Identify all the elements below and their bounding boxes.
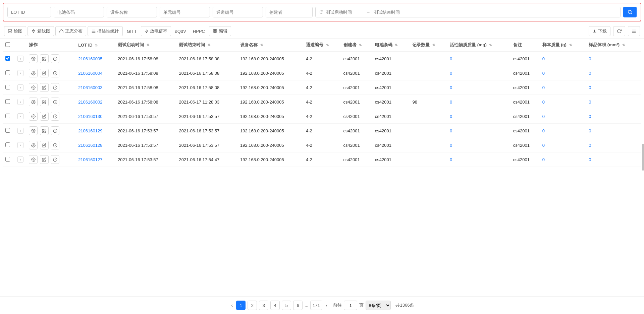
sample-mass-sort-icon[interactable]: ⇅	[569, 43, 572, 47]
edit-icon-1[interactable]	[40, 69, 49, 77]
select-all-checkbox[interactable]	[5, 42, 10, 47]
start-time-sort-icon[interactable]: ⇅	[147, 43, 149, 47]
page-size-select[interactable]: 8条/页 10条/页 20条/页 50条/页	[366, 301, 391, 310]
creator-sort-icon[interactable]: ⇅	[359, 43, 362, 47]
edit-icon-2[interactable]	[40, 83, 49, 92]
expand-btn-5[interactable]: ›	[17, 128, 23, 134]
battery-code-header[interactable]: 电池条码 ⇅	[372, 39, 410, 52]
creator-header[interactable]: 创建者 ⇅	[341, 39, 372, 52]
settings-icon-7[interactable]	[29, 155, 38, 164]
lot-id-link-0[interactable]: 2106160005	[78, 56, 102, 61]
page-4-button[interactable]: 4	[270, 301, 280, 310]
history-icon-2[interactable]	[51, 83, 59, 92]
start-time-header[interactable]: 测试启动时间 ⇅	[115, 39, 176, 52]
lot-id-sort-icon[interactable]: ⇅	[95, 44, 98, 47]
edit-icon-3[interactable]	[40, 98, 49, 106]
channel-no-sort-icon[interactable]: ⇅	[326, 43, 329, 47]
creator-input[interactable]	[266, 7, 313, 17]
expand-btn-4[interactable]: ›	[17, 113, 23, 119]
chart-button[interactable]: 绘图	[4, 26, 26, 36]
history-icon-4[interactable]	[51, 112, 59, 121]
end-time-sort-icon[interactable]: ⇅	[208, 43, 210, 47]
record-count-sort-icon[interactable]: ⇅	[432, 43, 435, 47]
discharge-rate-button[interactable]: 放电倍率	[141, 26, 171, 36]
end-time-input[interactable]	[374, 10, 411, 15]
channel-no-input[interactable]	[213, 7, 263, 17]
page-6-button[interactable]: 6	[293, 301, 303, 310]
sample-volume-sort-icon[interactable]: ⇅	[622, 43, 625, 47]
active-mass-header[interactable]: 活性物质质量 (mg) ⇅	[447, 39, 511, 52]
battery-code-input[interactable]	[54, 7, 104, 17]
device-name-sort-icon[interactable]: ⇅	[260, 43, 263, 47]
expand-btn-0[interactable]: ›	[17, 56, 23, 62]
page-5-button[interactable]: 5	[282, 301, 291, 310]
goto-input[interactable]	[344, 301, 357, 310]
row-checkbox-1[interactable]	[5, 70, 10, 75]
lot-id-link-1[interactable]: 2106160004	[78, 71, 102, 76]
lot-id-link-5[interactable]: 2106160129	[78, 128, 102, 133]
unit-no-input[interactable]	[160, 7, 210, 17]
desc-stats-button[interactable]: 描述性统计	[88, 26, 123, 36]
scrollbar[interactable]	[642, 144, 644, 171]
expand-btn-2[interactable]: ›	[17, 84, 23, 90]
lot-id-link-3[interactable]: 2106160002	[78, 100, 102, 105]
device-name-header[interactable]: 设备名称 ⇅	[237, 39, 303, 52]
row-checkbox-6[interactable]	[5, 142, 10, 147]
settings-icon-6[interactable]	[29, 141, 38, 149]
next-page-button[interactable]: ›	[324, 303, 329, 308]
expand-btn-7[interactable]: ›	[17, 156, 23, 163]
columns-button[interactable]	[628, 26, 640, 36]
sample-mass-header[interactable]: 样本质量 (g) ⇅	[540, 39, 586, 52]
sample-volume-header[interactable]: 样品体积 (mm³) ⇅	[586, 39, 641, 52]
history-icon-6[interactable]	[51, 141, 59, 149]
lot-id-link-6[interactable]: 2106160128	[78, 143, 102, 148]
history-icon-5[interactable]	[51, 126, 59, 135]
lot-id-input[interactable]	[7, 7, 51, 17]
end-time-header[interactable]: 测试结束时间 ⇅	[176, 39, 237, 52]
row-checkbox-5[interactable]	[5, 128, 10, 133]
page-last-button[interactable]: 171	[310, 301, 322, 310]
battery-code-sort-icon[interactable]: ⇅	[395, 43, 397, 47]
settings-icon-3[interactable]	[29, 98, 38, 106]
expand-btn-6[interactable]: ›	[17, 142, 23, 148]
active-mass-sort-icon[interactable]: ⇅	[489, 43, 492, 47]
prev-page-button[interactable]: ‹	[230, 303, 234, 308]
page-1-button[interactable]: 1	[236, 301, 246, 310]
device-name-input[interactable]	[107, 7, 157, 17]
row-checkbox-3[interactable]	[5, 99, 10, 104]
history-icon-3[interactable]	[51, 98, 59, 106]
history-icon-7[interactable]	[51, 155, 59, 164]
page-3-button[interactable]: 3	[259, 301, 268, 310]
gitt-button[interactable]: GITT	[124, 26, 140, 36]
lot-id-link-7[interactable]: 2106160127	[78, 157, 102, 162]
channel-no-header[interactable]: 通道编号 ⇅	[303, 39, 341, 52]
lot-id-header[interactable]: LOT ID ⇅	[75, 39, 115, 52]
row-checkbox-2[interactable]	[5, 85, 10, 89]
edit-icon-5[interactable]	[40, 126, 49, 135]
settings-icon-5[interactable]	[29, 126, 38, 135]
settings-icon-0[interactable]	[29, 54, 38, 63]
download-button[interactable]: 下载	[589, 26, 610, 36]
history-icon-0[interactable]	[51, 54, 59, 63]
start-time-input[interactable]	[326, 10, 363, 15]
settings-icon-1[interactable]	[29, 69, 38, 77]
row-checkbox-4[interactable]	[5, 114, 10, 118]
normal-dist-button[interactable]: 正态分布	[55, 26, 86, 36]
record-count-header[interactable]: 记录数量 ⇅	[410, 39, 447, 52]
page-2-button[interactable]: 2	[248, 301, 257, 310]
dqdv-button[interactable]: dQdV	[172, 26, 189, 36]
boxplot-button[interactable]: 箱线图	[28, 26, 54, 36]
expand-btn-3[interactable]: ›	[17, 99, 23, 105]
history-icon-1[interactable]	[51, 69, 59, 77]
refresh-button[interactable]	[613, 26, 625, 36]
settings-icon-4[interactable]	[29, 112, 38, 121]
lot-id-link-2[interactable]: 2106160003	[78, 85, 102, 90]
search-button[interactable]	[623, 7, 637, 17]
edit-button[interactable]: 编辑	[209, 26, 231, 36]
row-checkbox-7[interactable]	[5, 157, 10, 162]
lot-id-link-4[interactable]: 2106160130	[78, 114, 102, 119]
edit-icon-7[interactable]	[40, 155, 49, 164]
edit-icon-4[interactable]	[40, 112, 49, 121]
row-checkbox-0[interactable]	[5, 56, 10, 61]
expand-btn-1[interactable]: ›	[17, 70, 23, 76]
